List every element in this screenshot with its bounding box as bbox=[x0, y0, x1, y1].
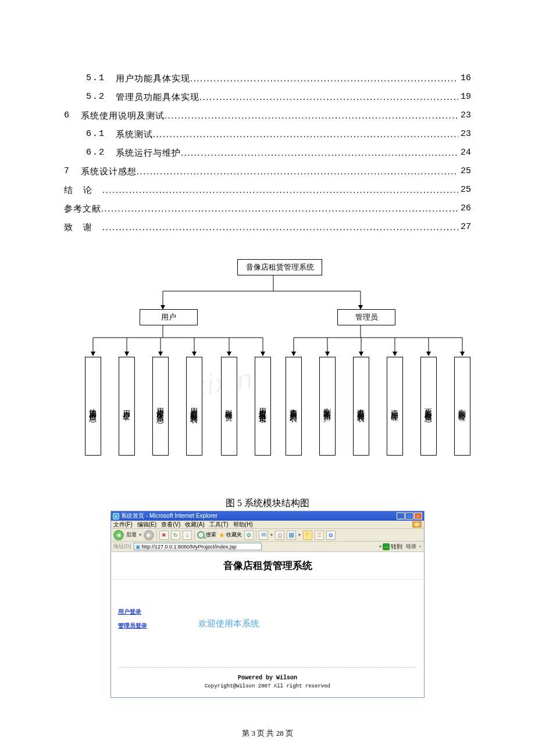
module-structure-diagram: zixin bbox=[64, 259, 471, 474]
toolbar-separator bbox=[256, 530, 256, 540]
address-input[interactable]: ▣ http://127.0.0.1:8080/MyProject/index.… bbox=[134, 543, 262, 550]
diagram-leaf: 影碟租赁 bbox=[221, 357, 237, 456]
minimize-button[interactable]: _ bbox=[397, 513, 405, 519]
diagram-user-box: 用户 bbox=[140, 309, 198, 325]
forward-button[interactable]: ► bbox=[144, 530, 154, 540]
toc-row: 结论 25 bbox=[64, 181, 471, 199]
toc-row: 6.2 系统运行与维护 24 bbox=[64, 144, 471, 162]
toc-number: 6.1 bbox=[86, 126, 105, 143]
window-title: 系统首页 - Microsoft Internet Explorer bbox=[121, 512, 217, 520]
page-icon: ▣ bbox=[135, 544, 141, 550]
menu-help[interactable]: 帮助(H) bbox=[233, 521, 253, 529]
discuss-icon[interactable]: ☰ bbox=[315, 531, 324, 540]
folder-icon[interactable]: 📁 bbox=[303, 531, 312, 540]
toc-title: 系统测试 bbox=[116, 126, 153, 143]
refresh-button[interactable]: ↻ bbox=[171, 531, 180, 540]
browser-screenshot: e 系统首页 - Microsoft Internet Explorer _ □… bbox=[110, 511, 425, 698]
back-label: 后退 bbox=[126, 531, 137, 539]
table-of-contents: 5.1 用户功能具体实现 16 5.2 管理员功能具体实现 19 6 系统使用说… bbox=[64, 70, 471, 236]
edit-button[interactable]: ▦ bbox=[287, 531, 296, 540]
toc-row: 6 系统使用说明及测试 23 bbox=[64, 107, 471, 124]
admin-login-link[interactable]: 管理员登录 bbox=[118, 622, 163, 630]
toc-leader bbox=[153, 126, 458, 143]
site-title: 音像店租赁管理系统 bbox=[111, 552, 424, 580]
maximize-button[interactable]: □ bbox=[405, 513, 413, 519]
toc-row: 5.1 用户功能具体实现 16 bbox=[64, 70, 471, 87]
toc-row: 7 系统设计感想 25 bbox=[64, 163, 471, 180]
copyright: Copyright@Wilson 2007 All right reserved bbox=[111, 683, 424, 697]
msn-icon[interactable]: ✿ bbox=[326, 531, 336, 540]
links-label: 链接 bbox=[406, 543, 416, 550]
menu-view[interactable]: 查看(V) bbox=[161, 521, 180, 529]
toc-row: 参考文献 26 bbox=[64, 200, 471, 217]
toc-number: 6.2 bbox=[86, 144, 105, 162]
diagram-admin-box: 管理员 bbox=[337, 309, 395, 325]
toc-page: 19 bbox=[461, 88, 471, 106]
welcome-text: 欢迎使用本系统 bbox=[163, 580, 424, 667]
toc-number: 5.2 bbox=[86, 88, 105, 106]
mail-button[interactable]: ✉ bbox=[259, 531, 268, 540]
menu-tools[interactable]: 工具(T) bbox=[209, 521, 229, 529]
back-button[interactable]: ◄ bbox=[113, 530, 124, 540]
toc-page: 25 bbox=[461, 181, 471, 199]
address-bar: 地址(D) ▣ http://127.0.0.1:8080/MyProject/… bbox=[111, 542, 424, 552]
toc-title: 参考文献 bbox=[64, 200, 101, 217]
menu-bar: 文件(F) 编辑(E) 查看(V) 收藏(A) 工具(T) 帮助(H) bbox=[111, 521, 424, 529]
toc-leader bbox=[102, 218, 458, 236]
stop-button[interactable]: ✖ bbox=[159, 531, 169, 540]
toc-page: 24 bbox=[461, 144, 471, 162]
page-number: 第 3 页 共 28 页 bbox=[0, 728, 535, 739]
history-button[interactable]: ❂ bbox=[244, 531, 254, 540]
windows-flag-icon bbox=[412, 521, 422, 528]
menu-edit[interactable]: 编辑(E) bbox=[137, 521, 156, 529]
address-value: http://127.0.0.1:8080/MyProject/index.js… bbox=[142, 544, 237, 550]
favorites-label: 收藏夹 bbox=[226, 531, 242, 539]
search-label: 搜索 bbox=[206, 531, 216, 539]
toc-row: 致谢 27 bbox=[64, 218, 471, 236]
toc-title: 系统设计感想 bbox=[81, 163, 137, 180]
toc-title: 系统使用说明及测试 bbox=[81, 107, 165, 124]
diagram-leaf: 更新影碟信息 bbox=[420, 357, 437, 456]
home-button[interactable]: ⌂ bbox=[183, 531, 192, 540]
figure-caption: 图 5 系统模块结构图 bbox=[64, 497, 471, 510]
diagram-leaf: 删除某个用户 bbox=[319, 357, 336, 456]
print-button[interactable]: ⎙ bbox=[275, 531, 284, 540]
close-button[interactable]: × bbox=[414, 513, 422, 519]
diagram-leaf: 用户登录 bbox=[119, 357, 135, 456]
toc-leader bbox=[165, 107, 458, 124]
diagram-leaf: 查看影碟列表 bbox=[353, 357, 369, 456]
toc-row: 6.1 系统测试 23 bbox=[64, 126, 471, 143]
diagram-leaf: 用户查看租赁记录 bbox=[255, 357, 271, 456]
diagram-leaf: 查看用户列表 bbox=[286, 357, 302, 456]
toc-row: 5.2 管理员功能具体实现 19 bbox=[64, 88, 471, 106]
toc-page: 25 bbox=[461, 163, 471, 180]
toolbar: ◄ 后退 ▾ ► ✖ ↻ ⌂ 搜索 ★收藏夹 ❂ ✉ ▾ ⎙ ▦ ▾ 📁 ☰ ✿ bbox=[111, 529, 424, 542]
diagram-leaf: 用户查看影碟列表 bbox=[186, 357, 202, 456]
toc-title: 致谢 bbox=[64, 218, 102, 236]
star-icon: ★ bbox=[219, 531, 225, 539]
toc-page: 23 bbox=[461, 107, 471, 124]
menu-favorites[interactable]: 收藏(A) bbox=[185, 521, 204, 529]
menu-file[interactable]: 文件(F) bbox=[113, 521, 133, 529]
go-label: 转到 bbox=[391, 543, 402, 551]
window-titlebar: e 系统首页 - Microsoft Internet Explorer _ □… bbox=[111, 511, 424, 521]
address-label: 地址(D) bbox=[113, 543, 131, 550]
diagram-leaf: 注册用户信息 bbox=[85, 357, 101, 456]
toc-leader bbox=[181, 144, 458, 162]
toc-title: 结论 bbox=[64, 181, 102, 199]
diagram-leaf: 删除影碟 bbox=[454, 357, 470, 456]
toc-title: 用户功能具体实现 bbox=[116, 70, 190, 87]
left-nav: 用户登录 管理员登录 bbox=[111, 580, 163, 667]
search-button[interactable]: 搜索 bbox=[197, 531, 216, 539]
diagram-leaf: 添加影碟 bbox=[387, 357, 403, 456]
search-icon bbox=[197, 531, 205, 539]
user-login-link[interactable]: 用户登录 bbox=[118, 608, 163, 616]
go-button[interactable]: → bbox=[383, 543, 390, 550]
toc-page: 16 bbox=[461, 70, 471, 87]
toc-title: 管理员功能具体实现 bbox=[116, 88, 199, 106]
ie-icon: e bbox=[113, 513, 119, 519]
toc-number: 6 bbox=[64, 107, 70, 124]
toc-page: 27 bbox=[461, 218, 471, 236]
favorites-button[interactable]: ★收藏夹 bbox=[219, 531, 242, 539]
powered-by: Powered by Wilson bbox=[111, 668, 424, 683]
